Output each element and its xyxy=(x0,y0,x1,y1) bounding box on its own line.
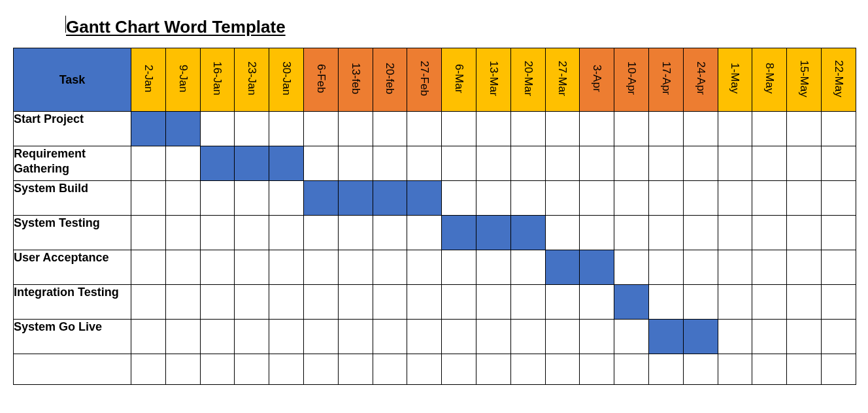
empty-cell xyxy=(476,285,510,320)
empty-cell xyxy=(718,250,752,285)
date-label: 13-feb xyxy=(349,63,362,94)
empty-cell xyxy=(131,320,166,354)
empty-cell xyxy=(373,146,407,181)
empty-cell xyxy=(648,216,683,250)
gantt-bar-cell xyxy=(580,250,614,285)
empty-cell xyxy=(821,354,856,385)
empty-cell xyxy=(235,181,269,216)
date-label: 2-Jan xyxy=(142,65,155,93)
empty-cell xyxy=(580,146,614,181)
empty-cell xyxy=(407,112,442,146)
empty-cell xyxy=(200,181,235,216)
date-label: 3-Apr xyxy=(590,65,603,92)
date-column-header: 24-Apr xyxy=(683,48,718,112)
empty-cell xyxy=(131,285,166,320)
date-label: 30-Jan xyxy=(280,61,293,95)
empty-cell xyxy=(373,216,407,250)
empty-cell xyxy=(373,112,407,146)
empty-cell xyxy=(235,354,269,385)
date-column-header: 20-Mar xyxy=(510,48,545,112)
empty-cell xyxy=(580,181,614,216)
date-column-header: 1-May xyxy=(718,48,752,112)
date-column-header: 27-Feb xyxy=(407,48,442,112)
date-label: 1-May xyxy=(728,63,741,93)
empty-cell xyxy=(510,181,545,216)
empty-cell xyxy=(269,354,304,385)
empty-cell xyxy=(200,320,235,354)
task-column-header: Task xyxy=(14,48,131,112)
date-label: 23-Jan xyxy=(245,61,258,95)
empty-cell xyxy=(821,181,856,216)
empty-cell xyxy=(476,146,510,181)
task-name-cell: System Build xyxy=(14,181,131,216)
empty-cell xyxy=(683,250,718,285)
date-column-header: 22-May xyxy=(821,48,856,112)
date-column-header: 8-May xyxy=(752,48,787,112)
empty-cell xyxy=(648,146,683,181)
date-label: 6-Mar xyxy=(452,64,465,93)
task-row: System Go Live xyxy=(14,320,856,354)
empty-cell xyxy=(718,354,752,385)
task-name-cell: System Go Live xyxy=(14,320,131,354)
gantt-bar-cell xyxy=(165,112,200,146)
empty-cell xyxy=(545,216,580,250)
empty-cell xyxy=(165,181,200,216)
empty-cell xyxy=(269,181,304,216)
empty-cell xyxy=(787,354,822,385)
task-name-cell: Requirement Gathering xyxy=(14,146,131,181)
empty-cell xyxy=(545,181,580,216)
empty-cell xyxy=(338,112,373,146)
task-row: User Acceptance xyxy=(14,250,856,285)
empty-cell xyxy=(200,354,235,385)
empty-cell xyxy=(442,181,476,216)
empty-cell xyxy=(648,181,683,216)
date-column-header: 20-feb xyxy=(373,48,407,112)
date-label: 8-May xyxy=(763,63,776,93)
date-label: 6-Feb xyxy=(314,64,327,93)
empty-cell xyxy=(821,216,856,250)
date-label: 13-Mar xyxy=(487,61,500,96)
empty-cell xyxy=(407,250,442,285)
empty-cell xyxy=(683,181,718,216)
task-name-cell: Start Project xyxy=(14,112,131,146)
gantt-bar-cell xyxy=(442,216,476,250)
empty-cell xyxy=(614,112,649,146)
date-label: 20-feb xyxy=(383,63,396,94)
empty-cell xyxy=(303,354,338,385)
empty-cell xyxy=(614,320,649,354)
empty-cell xyxy=(752,146,787,181)
empty-cell xyxy=(338,216,373,250)
empty-cell xyxy=(510,354,545,385)
empty-cell xyxy=(165,285,200,320)
empty-cell xyxy=(545,354,580,385)
empty-cell xyxy=(580,354,614,385)
empty-cell xyxy=(752,250,787,285)
gantt-bar-cell xyxy=(648,320,683,354)
gantt-bar-cell xyxy=(200,146,235,181)
empty-cell xyxy=(269,285,304,320)
gantt-bar-cell xyxy=(269,146,304,181)
empty-cell xyxy=(476,112,510,146)
empty-cell xyxy=(821,250,856,285)
empty-cell xyxy=(407,354,442,385)
empty-cell xyxy=(787,112,822,146)
gantt-bar-cell xyxy=(476,216,510,250)
empty-cell xyxy=(476,250,510,285)
empty-cell xyxy=(303,216,338,250)
title-wrap: Gantt Chart Word Template xyxy=(13,13,855,48)
empty-cell xyxy=(510,320,545,354)
date-label: 15-May xyxy=(797,60,810,97)
date-label: 24-Apr xyxy=(694,61,707,95)
empty-cell xyxy=(165,354,200,385)
empty-cell xyxy=(269,250,304,285)
empty-cell xyxy=(787,250,822,285)
gantt-bar-cell xyxy=(683,320,718,354)
date-label: 27-Mar xyxy=(556,61,569,96)
empty-cell xyxy=(510,250,545,285)
gantt-bar-cell xyxy=(407,181,442,216)
gantt-bar-cell xyxy=(510,216,545,250)
empty-cell xyxy=(752,285,787,320)
empty-cell xyxy=(131,354,166,385)
empty-cell xyxy=(200,216,235,250)
empty-cell xyxy=(235,285,269,320)
